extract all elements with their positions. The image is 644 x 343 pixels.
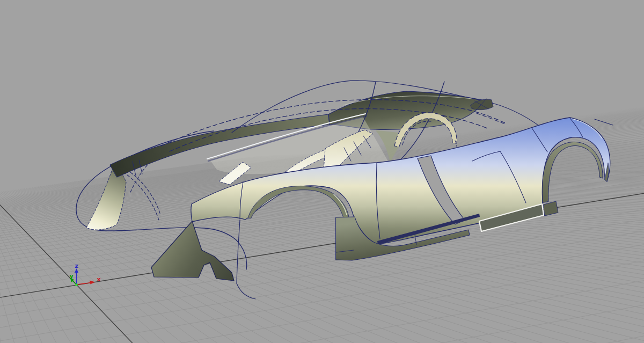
x-axis-label: x [97, 276, 100, 283]
z-axis-label: z [75, 262, 78, 269]
viewport-3d[interactable]: x y z [0, 0, 644, 343]
origin-marker [76, 284, 78, 286]
y-axis-label: y [69, 273, 73, 280]
cad-viewport-window: x y z [0, 0, 644, 343]
